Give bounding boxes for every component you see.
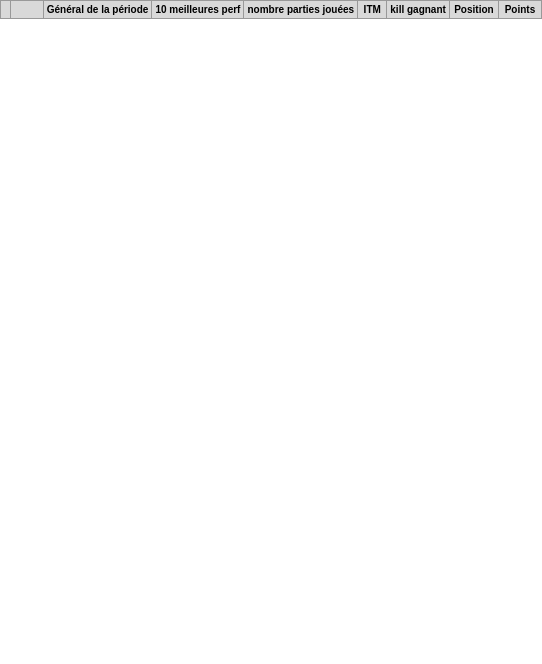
header-top10: 10 meilleures perf (152, 1, 244, 19)
header-points: Points (498, 1, 541, 19)
header-num (1, 1, 11, 19)
header-itm: ITM (358, 1, 387, 19)
header-name (10, 1, 43, 19)
header-parties: nombre parties jouées (244, 1, 358, 19)
header-position: Position (449, 1, 498, 19)
header-kill: kill gagnant (387, 1, 450, 19)
header-general: Général de la période (43, 1, 152, 19)
main-table: Général de la période 10 meilleures perf… (0, 0, 542, 19)
